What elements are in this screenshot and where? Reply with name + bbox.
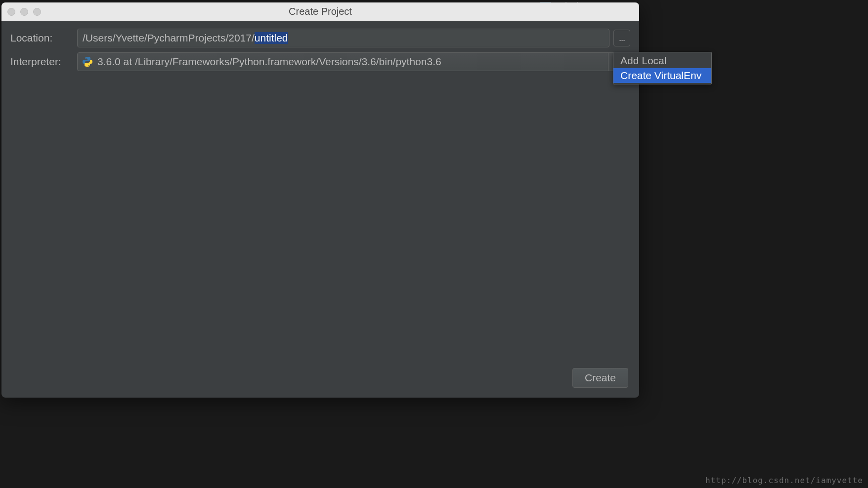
close-icon[interactable]: [7, 8, 15, 16]
location-path-selected: untitled: [255, 32, 288, 44]
minimize-icon[interactable]: [20, 8, 28, 16]
create-button[interactable]: Create: [572, 368, 628, 388]
popup-create-virtualenv[interactable]: Create VirtualEnv: [613, 68, 711, 83]
python-icon: [82, 56, 93, 68]
interpreter-row: Interpreter: 3.6.0 at /Library/Framework…: [10, 52, 630, 71]
interpreter-select[interactable]: 3.6.0 at /Library/Frameworks/Python.fram…: [77, 52, 630, 71]
create-project-dialog: Create Project Location: /Users/Yvette/P…: [1, 2, 639, 398]
title-bar: Create Project: [1, 2, 639, 21]
interpreter-options-popup: Add Local Create VirtualEnv: [613, 52, 712, 84]
location-row: Location: /Users/Yvette/PycharmProjects/…: [10, 29, 630, 47]
location-path-prefix: /Users/Yvette/PycharmProjects/2017/: [83, 32, 255, 44]
browse-location-button[interactable]: ...: [613, 30, 630, 46]
interpreter-value: 3.6.0 at /Library/Frameworks/Python.fram…: [97, 56, 608, 68]
ellipsis-icon: ...: [619, 33, 625, 43]
popup-item-label: Create VirtualEnv: [620, 70, 701, 81]
location-input[interactable]: /Users/Yvette/PycharmProjects/2017/untit…: [77, 29, 609, 47]
dialog-body: Location: /Users/Yvette/PycharmProjects/…: [1, 21, 639, 398]
traffic-lights: [1, 8, 41, 16]
popup-add-local[interactable]: Add Local: [613, 53, 711, 68]
maximize-icon[interactable]: [33, 8, 41, 16]
create-button-label: Create: [585, 372, 616, 384]
watermark: http://blog.csdn.net/iamyvette: [705, 476, 863, 485]
popup-item-label: Add Local: [620, 55, 666, 66]
dialog-title: Create Project: [289, 6, 352, 17]
location-label: Location:: [10, 32, 77, 44]
interpreter-label: Interpreter:: [10, 56, 77, 68]
